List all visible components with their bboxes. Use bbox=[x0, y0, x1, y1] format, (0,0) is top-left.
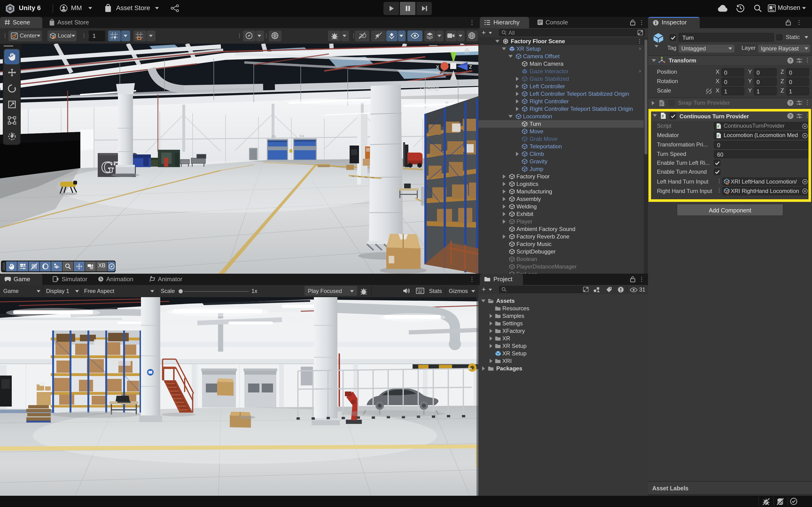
svg-text:0 4: 0 4 bbox=[300, 134, 304, 138]
svg-text:z: z bbox=[469, 63, 472, 70]
svg-text:x: x bbox=[436, 63, 439, 70]
svg-text:Y: Y bbox=[113, 36, 116, 40]
svg-text:?: ? bbox=[789, 101, 792, 105]
svg-text:0 3: 0 3 bbox=[271, 135, 275, 138]
svg-text:?: ? bbox=[789, 58, 792, 63]
svg-text:y: y bbox=[451, 46, 454, 52]
